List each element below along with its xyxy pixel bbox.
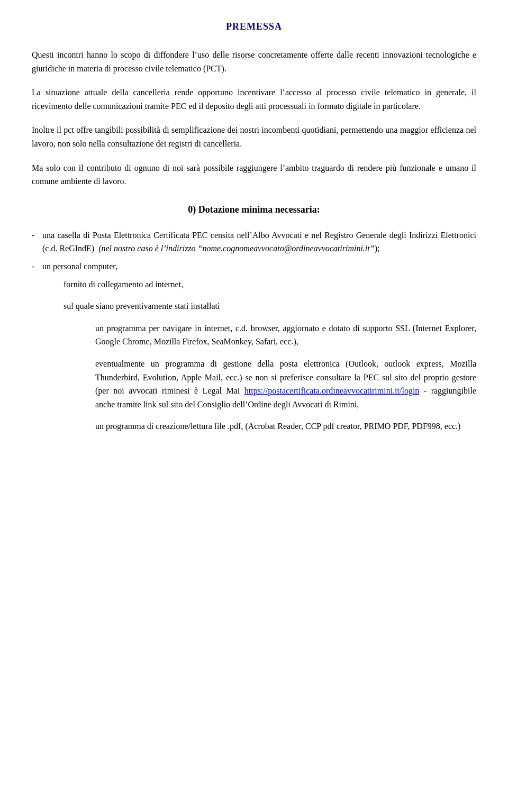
- legal-mail-link[interactable]: https://postacertificata.ordineavvocatir…: [244, 386, 420, 395]
- paragraph-1: Questi incontri hanno lo scopo di diffon…: [32, 48, 476, 75]
- subitem-email: eventualmente un programma di gestione d…: [95, 357, 476, 411]
- subitem-installati: sul quale siano preventivamente stati in…: [64, 299, 476, 313]
- pec-italic: (nel nostro caso è l’indirizzo “nome.cog…: [98, 244, 374, 253]
- page-container: PREMESSA Questi incontri hanno lo scopo …: [0, 0, 508, 812]
- subitem-browser-text: un programma per navigare in internet, c…: [95, 322, 476, 349]
- subitem-internet: fornito di collegamento ad internet,: [64, 278, 476, 291]
- list-item-pc: - un personal computer,: [32, 260, 476, 273]
- subitem-internet-text: fornito di collegamento ad internet,: [64, 278, 476, 291]
- pec-item-text: una casella di Posta Elettronica Certifi…: [42, 229, 476, 256]
- paragraph-2: La situazione attuale della cancelleria …: [32, 86, 476, 113]
- pc-item-text: un personal computer,: [42, 260, 476, 273]
- subitem-email-text: eventualmente un programma di gestione d…: [95, 357, 476, 411]
- list-item-pec: - una casella di Posta Elettronica Certi…: [32, 229, 476, 256]
- section-0-heading: 0) Dotazione minima necessaria:: [32, 204, 476, 215]
- subitem-installati-text: sul quale siano preventivamente stati in…: [64, 299, 476, 313]
- paragraph-3: Inoltre il pct offre tangibili possibili…: [32, 123, 476, 150]
- dash-2: -: [32, 260, 42, 273]
- page-title: PREMESSA: [32, 21, 476, 32]
- subitem-browser: un programma per navigare in internet, c…: [95, 322, 476, 349]
- subitem-pdf: un programma di creazione/lettura file .…: [95, 419, 476, 433]
- subitem-pdf-text: un programma di creazione/lettura file .…: [95, 419, 476, 433]
- dash-1: -: [32, 229, 42, 256]
- paragraph-4: Ma solo con il contributo di ognuno di n…: [32, 161, 476, 188]
